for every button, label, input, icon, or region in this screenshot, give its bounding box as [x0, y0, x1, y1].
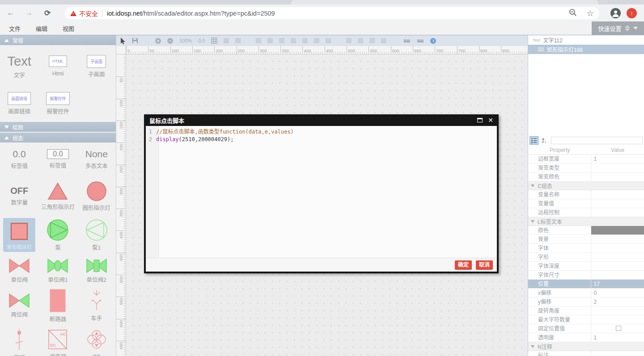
property-row-12[interactable]: 字体深度: [528, 262, 644, 271]
palette-item-breaker[interactable]: 断路器: [38, 288, 77, 323]
property-value[interactable]: [591, 315, 644, 324]
palette-item-alarm-control[interactable]: 报警控件 报警控件: [38, 88, 77, 120]
palette-item-label-value[interactable]: 0.0 标签值: [0, 142, 38, 176]
palette-item-rect-indicator[interactable]: 矩形指示灯: [3, 218, 35, 252]
palette-item-circle-indicator[interactable]: 圆形指示灯: [77, 176, 116, 217]
property-row-16[interactable]: y偏移2: [528, 297, 644, 306]
ruler-vertical-icon[interactable]: [417, 38, 424, 43]
palette-item-inverter[interactable]: ACDC 逆变器: [38, 323, 77, 356]
property-value[interactable]: [591, 163, 644, 172]
property-value[interactable]: [591, 351, 644, 356]
property-group-21[interactable]: N注释: [528, 342, 644, 351]
property-value[interactable]: [591, 235, 644, 243]
property-filter-input[interactable]: [551, 137, 643, 144]
property-value[interactable]: [591, 172, 644, 181]
property-value[interactable]: 1: [591, 333, 644, 342]
dropdown-caret-icon[interactable]: [633, 27, 638, 29]
property-row-0[interactable]: 边框宽度1: [528, 155, 644, 163]
sort-az-icon[interactable]: [540, 136, 549, 145]
browser-active-tab[interactable]: [291, 0, 598, 4]
property-value[interactable]: [591, 208, 644, 217]
palette-item-handle[interactable]: 车手: [77, 288, 116, 323]
property-row-18[interactable]: 最大字符数量: [528, 315, 644, 324]
property-row-17[interactable]: 旋转角度: [528, 306, 644, 315]
layer-item-text112[interactable]: Text 文字112: [528, 35, 644, 45]
ok-button[interactable]: 确定: [455, 260, 472, 270]
profile-avatar[interactable]: [610, 8, 621, 18]
property-value[interactable]: [591, 271, 644, 279]
select-tool-icon[interactable]: [120, 38, 126, 44]
dialog-title-bar[interactable]: 鼠标点击脚本: [146, 114, 497, 126]
categorize-icon[interactable]: [530, 136, 538, 145]
collapse-icon[interactable]: [531, 220, 534, 223]
palette-item-label-value-box[interactable]: 0.0 标签值: [38, 142, 77, 176]
checkbox[interactable]: [616, 326, 621, 331]
maximize-icon[interactable]: [477, 118, 483, 122]
property-value[interactable]: [591, 190, 644, 199]
palette-item-pt[interactable]: PT: [77, 323, 116, 356]
property-value[interactable]: 17: [591, 280, 644, 288]
menu-edit[interactable]: 编辑: [36, 24, 47, 33]
zoom-out-page-icon[interactable]: [569, 8, 577, 18]
quick-settings[interactable]: 快速设置: [592, 21, 644, 35]
url-text[interactable]: iot.idosp.net/html/scada/editor.aspx.htm…: [107, 10, 565, 17]
palette-item-pump1[interactable]: 泵1: [77, 217, 116, 253]
back-icon[interactable]: [6, 8, 15, 17]
palette-item-digital[interactable]: OFF 数字量: [0, 176, 38, 217]
property-group-7[interactable]: L标签文本: [528, 217, 644, 226]
property-value[interactable]: [591, 306, 644, 315]
reload-icon[interactable]: [43, 8, 52, 18]
menu-file[interactable]: 文件: [9, 24, 21, 33]
property-row-9[interactable]: 背景: [528, 235, 644, 244]
menu-view[interactable]: 视图: [63, 24, 74, 33]
property-value[interactable]: 0: [591, 289, 644, 297]
property-value[interactable]: 1: [591, 155, 644, 163]
collapse-icon[interactable]: [531, 184, 534, 187]
palette-item-unit-valve2[interactable]: 单位阀2: [77, 253, 116, 288]
property-group-3[interactable]: C组态: [528, 181, 644, 190]
security-warning-icon[interactable]: [70, 11, 76, 16]
property-value[interactable]: [591, 226, 644, 235]
property-row-14[interactable]: 位置17: [528, 280, 644, 289]
palette-item-two-way-valve[interactable]: 两位阀: [0, 288, 38, 323]
palette-item-subscreen[interactable]: 子画面 子画面: [77, 45, 116, 88]
info-icon[interactable]: [430, 38, 436, 44]
code-editor[interactable]: 1 //鼠标点击脚本,函数类型function(data,e,values) 2…: [146, 126, 497, 258]
property-row-15[interactable]: x偏移0: [528, 289, 644, 297]
property-row-2[interactable]: 渐变颜色: [528, 172, 644, 181]
property-row-13[interactable]: 字体尺寸: [528, 271, 644, 280]
palette-item-unit-valve1[interactable]: 单位阀1: [38, 253, 77, 288]
property-value[interactable]: 2: [591, 297, 644, 306]
property-value[interactable]: [591, 253, 644, 261]
property-row-22[interactable]: 标注: [528, 351, 644, 356]
palette-item-html[interactable]: HTML Html: [38, 45, 77, 88]
palette-item-text[interactable]: Text 文字: [0, 45, 38, 88]
browser-update-icon[interactable]: [627, 8, 637, 18]
close-icon[interactable]: [488, 117, 493, 124]
url-bar[interactable]: 不安全 iot.idosp.net/html/scada/editor.aspx…: [65, 7, 599, 19]
color-swatch[interactable]: [591, 226, 644, 235]
property-row-10[interactable]: 字体: [528, 244, 644, 253]
property-row-5[interactable]: 变量值: [528, 199, 644, 208]
grid-icon[interactable]: [211, 38, 217, 44]
code-line[interactable]: 2 display (2510,200004029);: [146, 136, 497, 143]
property-value[interactable]: [591, 244, 644, 252]
palette-item-triangle-indicator[interactable]: 三角形指示灯: [38, 176, 77, 217]
layer-item-rect-indicator168[interactable]: 矩形指示灯168: [528, 45, 644, 54]
zoom-in-icon[interactable]: [155, 38, 161, 44]
ruler-horizontal-icon[interactable]: [403, 38, 411, 43]
forward-icon[interactable]: [25, 8, 34, 17]
bookmark-star-icon[interactable]: [587, 8, 594, 18]
palette-item-knife-switch[interactable]: 刀闸: [0, 323, 38, 356]
property-row-8[interactable]: 颜色: [528, 226, 644, 235]
palette-item-unit-valve[interactable]: 单位阀: [0, 253, 38, 288]
property-value[interactable]: [591, 199, 644, 208]
palette-item-multistate-text[interactable]: None 多态文本: [77, 142, 116, 176]
palette-item-screen-link[interactable]: 画面链接 画面链接: [0, 88, 38, 120]
property-row-1[interactable]: 渐变类型: [528, 163, 644, 172]
security-warning-label[interactable]: 不安全: [79, 9, 98, 18]
section-header-config[interactable]: 组态: [0, 133, 116, 142]
section-header-drawing[interactable]: 绘图: [0, 122, 116, 132]
property-row-19[interactable]: 固定位置值: [528, 324, 644, 333]
property-row-11[interactable]: 字形: [528, 253, 644, 262]
